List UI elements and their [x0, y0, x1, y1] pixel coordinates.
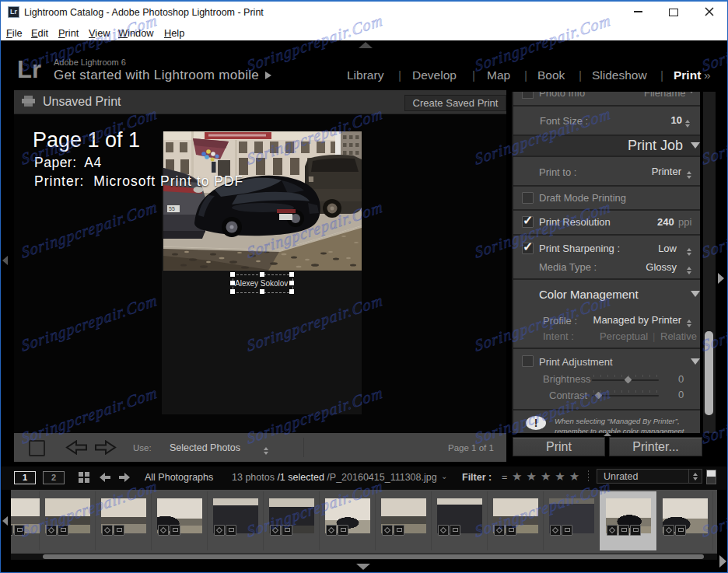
svg-text:55: 55 — [169, 206, 175, 211]
